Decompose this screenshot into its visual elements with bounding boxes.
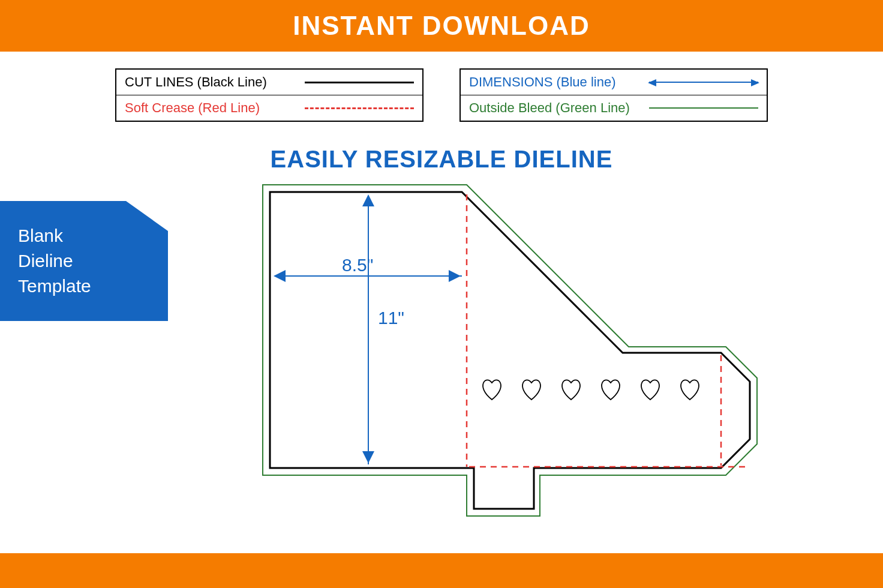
heart-icon [483,380,501,400]
crease-line-sample-icon [305,107,414,109]
heart-icon [522,380,540,400]
heart-icon [641,380,659,400]
dimension-arrow-sample-icon [649,82,758,83]
legend-dim-label: DIMENSIONS (Blue line) [469,74,649,90]
legend-dim: DIMENSIONS (Blue line) [461,70,767,95]
legend-cut: CUT LINES (Black Line) [116,70,422,95]
dieline-diagram: 8.5" 11" [258,180,762,534]
subtitle: EASILY RESIZABLE DIELINE [0,146,883,173]
top-banner: INSTANT DOWNLOAD [0,0,883,52]
cut-line-sample-icon [305,82,414,83]
side-tag-text: BlankDielineTemplate [18,223,91,299]
legend-crease: Soft Crease (Red Line) [116,95,422,121]
dim-height-text: 11" [378,308,404,328]
bleed-outline [263,185,757,516]
side-tag: BlankDielineTemplate [0,201,168,321]
legend-bleed-label: Outside Bleed (Green Line) [469,100,649,116]
bottom-banner [0,553,883,588]
legend-crease-label: Soft Crease (Red Line) [125,100,305,116]
heart-icon [681,380,699,400]
legend-box-right: DIMENSIONS (Blue line) Outside Bleed (Gr… [459,68,768,122]
legend-bleed: Outside Bleed (Green Line) [461,95,767,121]
legend-cut-label: CUT LINES (Black Line) [125,74,305,90]
legend-row: CUT LINES (Black Line) Soft Crease (Red … [0,68,883,122]
heart-icon [562,380,580,400]
heart-icon [602,380,620,400]
legend-box-left: CUT LINES (Black Line) Soft Crease (Red … [115,68,424,122]
bleed-line-sample-icon [649,107,758,109]
cut-outline [270,192,750,509]
